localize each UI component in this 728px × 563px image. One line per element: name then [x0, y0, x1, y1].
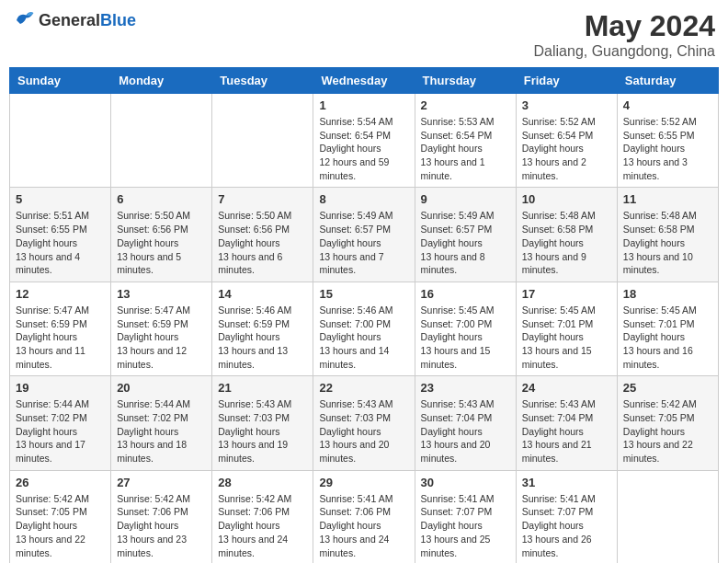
calendar-cell: 1 Sunrise: 5:54 AM Sunset: 6:54 PM Dayli… [313, 94, 415, 188]
day-number: 16 [421, 287, 510, 301]
calendar-table: SundayMondayTuesdayWednesdayThursdayFrid… [9, 67, 719, 563]
day-info: Sunrise: 5:50 AM Sunset: 6:56 PM Dayligh… [117, 209, 206, 276]
day-info: Sunrise: 5:43 AM Sunset: 7:04 PM Dayligh… [421, 397, 510, 465]
day-info: Sunrise: 5:50 AM Sunset: 6:56 PM Dayligh… [218, 209, 307, 276]
day-info: Sunrise: 5:42 AM Sunset: 7:05 PM Dayligh… [623, 397, 712, 465]
calendar-cell: 18 Sunrise: 5:45 AM Sunset: 7:01 PM Dayl… [617, 282, 718, 375]
weekday-header-monday: Monday [111, 68, 212, 94]
day-info: Sunrise: 5:42 AM Sunset: 7:06 PM Dayligh… [117, 492, 206, 559]
calendar-cell [212, 94, 313, 188]
day-number: 19 [16, 381, 105, 395]
day-number: 14 [218, 287, 307, 301]
day-info: Sunrise: 5:52 AM Sunset: 6:55 PM Dayligh… [623, 115, 712, 182]
calendar-week-1: 1 Sunrise: 5:54 AM Sunset: 6:54 PM Dayli… [10, 94, 719, 188]
weekday-header-wednesday: Wednesday [313, 68, 415, 94]
calendar-cell: 19 Sunrise: 5:44 AM Sunset: 7:02 PM Dayl… [10, 376, 111, 470]
day-number: 31 [522, 476, 611, 489]
day-number: 13 [117, 287, 206, 301]
day-info: Sunrise: 5:43 AM Sunset: 7:03 PM Dayligh… [319, 397, 408, 465]
calendar-cell: 25 Sunrise: 5:42 AM Sunset: 7:05 PM Dayl… [617, 376, 718, 470]
day-number: 15 [319, 287, 408, 301]
calendar-week-4: 19 Sunrise: 5:44 AM Sunset: 7:02 PM Dayl… [10, 376, 719, 470]
day-number: 20 [117, 381, 206, 395]
location-subtitle: Daliang, Guangdong, China [534, 43, 715, 60]
calendar-cell: 16 Sunrise: 5:45 AM Sunset: 7:00 PM Dayl… [415, 282, 516, 375]
day-number: 6 [117, 192, 206, 206]
weekday-header-tuesday: Tuesday [212, 68, 313, 94]
day-number: 7 [218, 192, 307, 206]
calendar-cell: 27 Sunrise: 5:42 AM Sunset: 7:06 PM Dayl… [111, 470, 212, 563]
day-info: Sunrise: 5:44 AM Sunset: 7:02 PM Dayligh… [16, 397, 105, 465]
day-info: Sunrise: 5:45 AM Sunset: 7:01 PM Dayligh… [623, 304, 712, 371]
day-number: 2 [421, 98, 510, 112]
day-info: Sunrise: 5:51 AM Sunset: 6:55 PM Dayligh… [16, 209, 105, 276]
day-number: 22 [319, 381, 408, 395]
day-number: 12 [16, 287, 105, 301]
logo: GeneralBlue [13, 9, 136, 31]
calendar-cell: 6 Sunrise: 5:50 AM Sunset: 6:56 PM Dayli… [111, 188, 212, 282]
day-info: Sunrise: 5:42 AM Sunset: 7:05 PM Dayligh… [16, 492, 105, 559]
day-number: 23 [421, 381, 510, 395]
calendar-cell: 12 Sunrise: 5:47 AM Sunset: 6:59 PM Dayl… [10, 282, 111, 375]
day-number: 5 [16, 192, 105, 206]
day-number: 11 [623, 192, 712, 206]
calendar-cell: 24 Sunrise: 5:43 AM Sunset: 7:04 PM Dayl… [516, 376, 617, 470]
day-number: 8 [319, 192, 408, 206]
calendar-cell: 5 Sunrise: 5:51 AM Sunset: 6:55 PM Dayli… [10, 188, 111, 282]
calendar-week-3: 12 Sunrise: 5:47 AM Sunset: 6:59 PM Dayl… [10, 282, 719, 375]
calendar-cell: 3 Sunrise: 5:52 AM Sunset: 6:54 PM Dayli… [516, 94, 617, 188]
calendar-cell: 26 Sunrise: 5:42 AM Sunset: 7:05 PM Dayl… [10, 470, 111, 563]
day-info: Sunrise: 5:42 AM Sunset: 7:06 PM Dayligh… [218, 492, 307, 559]
day-number: 18 [623, 287, 712, 301]
day-number: 28 [218, 476, 307, 489]
day-info: Sunrise: 5:41 AM Sunset: 7:06 PM Dayligh… [319, 492, 408, 559]
calendar-cell: 17 Sunrise: 5:45 AM Sunset: 7:01 PM Dayl… [516, 282, 617, 375]
calendar-cell: 15 Sunrise: 5:46 AM Sunset: 7:00 PM Dayl… [313, 282, 415, 375]
calendar-cell: 14 Sunrise: 5:46 AM Sunset: 6:59 PM Dayl… [212, 282, 313, 375]
calendar-header-row: SundayMondayTuesdayWednesdayThursdayFrid… [10, 68, 719, 94]
day-number: 17 [522, 287, 611, 301]
day-info: Sunrise: 5:47 AM Sunset: 6:59 PM Dayligh… [117, 304, 206, 371]
day-info: Sunrise: 5:44 AM Sunset: 7:02 PM Dayligh… [117, 397, 206, 465]
day-number: 29 [319, 476, 408, 489]
calendar-cell: 7 Sunrise: 5:50 AM Sunset: 6:56 PM Dayli… [212, 188, 313, 282]
day-info: Sunrise: 5:48 AM Sunset: 6:58 PM Dayligh… [522, 209, 611, 276]
day-info: Sunrise: 5:45 AM Sunset: 7:01 PM Dayligh… [522, 304, 611, 371]
day-info: Sunrise: 5:41 AM Sunset: 7:07 PM Dayligh… [522, 492, 611, 559]
calendar-cell: 28 Sunrise: 5:42 AM Sunset: 7:06 PM Dayl… [212, 470, 313, 563]
day-number: 25 [623, 381, 712, 395]
calendar-cell: 20 Sunrise: 5:44 AM Sunset: 7:02 PM Dayl… [111, 376, 212, 470]
weekday-header-saturday: Saturday [617, 68, 718, 94]
day-info: Sunrise: 5:48 AM Sunset: 6:58 PM Dayligh… [623, 209, 712, 276]
title-area: May 2024 Daliang, Guangdong, China [534, 9, 715, 60]
day-number: 27 [117, 476, 206, 489]
day-number: 9 [421, 192, 510, 206]
day-info: Sunrise: 5:54 AM Sunset: 6:54 PM Dayligh… [319, 115, 408, 182]
calendar-cell: 10 Sunrise: 5:48 AM Sunset: 6:58 PM Dayl… [516, 188, 617, 282]
day-info: Sunrise: 5:43 AM Sunset: 7:03 PM Dayligh… [218, 397, 307, 465]
calendar-cell: 11 Sunrise: 5:48 AM Sunset: 6:58 PM Dayl… [617, 188, 718, 282]
calendar-cell [111, 94, 212, 188]
calendar-cell: 22 Sunrise: 5:43 AM Sunset: 7:03 PM Dayl… [313, 376, 415, 470]
day-info: Sunrise: 5:43 AM Sunset: 7:04 PM Dayligh… [522, 397, 611, 465]
day-info: Sunrise: 5:49 AM Sunset: 6:57 PM Dayligh… [421, 209, 510, 276]
calendar-cell: 2 Sunrise: 5:53 AM Sunset: 6:54 PM Dayli… [415, 94, 516, 188]
calendar-cell: 8 Sunrise: 5:49 AM Sunset: 6:57 PM Dayli… [313, 188, 415, 282]
page-header: GeneralBlue May 2024 Daliang, Guangdong,… [9, 9, 719, 60]
day-info: Sunrise: 5:52 AM Sunset: 6:54 PM Dayligh… [522, 115, 611, 182]
day-number: 3 [522, 98, 611, 112]
day-number: 24 [522, 381, 611, 395]
weekday-header-thursday: Thursday [415, 68, 516, 94]
calendar-cell: 13 Sunrise: 5:47 AM Sunset: 6:59 PM Dayl… [111, 282, 212, 375]
day-info: Sunrise: 5:45 AM Sunset: 7:00 PM Dayligh… [421, 304, 510, 371]
calendar-cell: 4 Sunrise: 5:52 AM Sunset: 6:55 PM Dayli… [617, 94, 718, 188]
calendar-cell [617, 470, 718, 563]
calendar-cell: 9 Sunrise: 5:49 AM Sunset: 6:57 PM Dayli… [415, 188, 516, 282]
logo-text-blue: Blue [100, 11, 136, 29]
month-year-title: May 2024 [534, 9, 715, 43]
day-info: Sunrise: 5:47 AM Sunset: 6:59 PM Dayligh… [16, 304, 105, 371]
weekday-header-sunday: Sunday [10, 68, 111, 94]
calendar-cell: 29 Sunrise: 5:41 AM Sunset: 7:06 PM Dayl… [313, 470, 415, 563]
day-info: Sunrise: 5:46 AM Sunset: 7:00 PM Dayligh… [319, 304, 408, 371]
day-number: 30 [421, 476, 510, 489]
